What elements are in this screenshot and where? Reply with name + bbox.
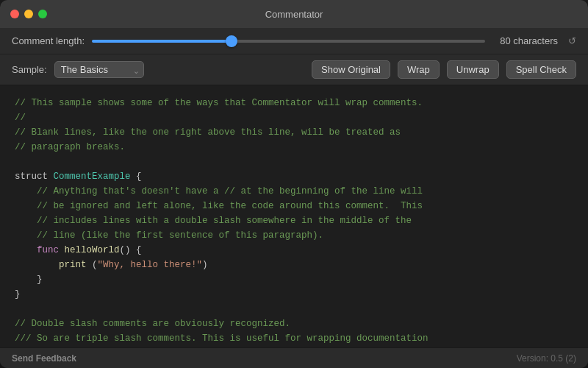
- main-window: Commentator Comment length: 80 character…: [0, 0, 588, 368]
- wrap-button[interactable]: Wrap: [398, 60, 440, 79]
- version-label: Version: 0.5 (2): [517, 353, 576, 364]
- sample-label: Sample:: [12, 64, 47, 75]
- sample-toolbar: Sample: The Basics Documentation Edge Ca…: [0, 54, 588, 85]
- close-button[interactable]: [10, 10, 19, 18]
- statusbar: Send Feedback Version: 0.5 (2): [0, 347, 588, 368]
- comment-length-label: Comment length:: [12, 35, 85, 46]
- titlebar: Commentator: [0, 0, 588, 28]
- code-content[interactable]: // This sample shows some of the ways th…: [0, 85, 588, 347]
- maximize-button[interactable]: [38, 10, 47, 18]
- minimize-button[interactable]: [24, 10, 33, 18]
- window-title: Commentator: [265, 9, 323, 20]
- send-feedback-button[interactable]: Send Feedback: [12, 353, 76, 364]
- spell-check-button[interactable]: Spell Check: [506, 60, 576, 79]
- unwrap-button[interactable]: Unwrap: [447, 60, 499, 79]
- traffic-lights: [10, 10, 47, 18]
- comment-length-toolbar: Comment length: 80 characters ↺: [0, 28, 588, 54]
- sample-select-wrapper: The Basics Documentation Edge Cases: [54, 61, 144, 78]
- code-area: // This sample shows some of the ways th…: [0, 85, 588, 347]
- sample-select[interactable]: The Basics Documentation Edge Cases: [54, 61, 144, 78]
- show-original-button[interactable]: Show Original: [312, 60, 390, 79]
- slider-container: [92, 40, 485, 43]
- refresh-icon[interactable]: ↺: [568, 35, 576, 46]
- char-count-label: 80 characters: [500, 35, 558, 46]
- comment-length-slider[interactable]: [92, 40, 485, 43]
